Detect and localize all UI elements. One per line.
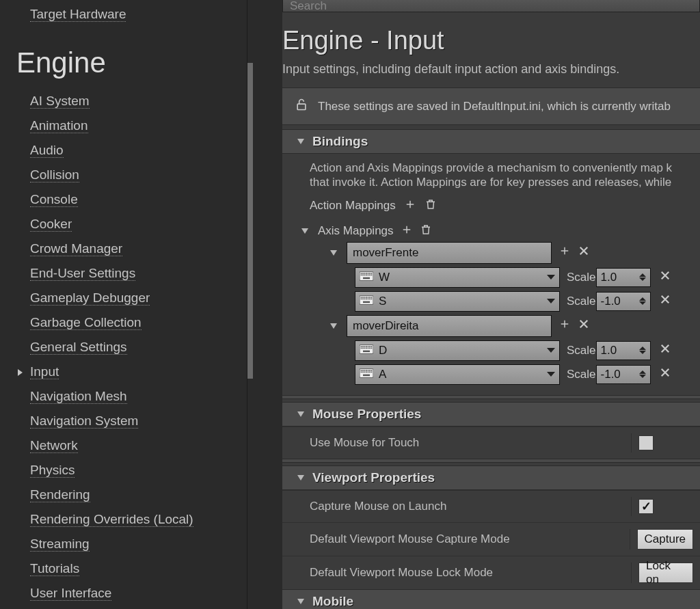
chevron-down-icon bbox=[297, 139, 304, 144]
prop-label: Use Mouse for Touch bbox=[310, 436, 631, 450]
svg-rect-10 bbox=[362, 274, 364, 275]
delete-key-button[interactable] bbox=[659, 293, 671, 309]
svg-rect-57 bbox=[361, 371, 362, 373]
axis-name-input[interactable] bbox=[347, 315, 552, 337]
sidebar-item-label: Network bbox=[30, 438, 78, 453]
sidebar-item-crowd-manager[interactable]: Crowd Manager bbox=[30, 236, 282, 261]
delete-key-button[interactable] bbox=[659, 366, 671, 382]
sidebar-item-navigation-system[interactable]: Navigation System bbox=[30, 409, 282, 433]
keyboard-icon bbox=[360, 295, 373, 308]
svg-rect-19 bbox=[362, 297, 364, 298]
add-action-mapping-button[interactable] bbox=[404, 198, 416, 214]
spinner-icon[interactable] bbox=[639, 347, 646, 354]
search-input[interactable]: Search bbox=[282, 0, 700, 12]
scale-input[interactable]: -1.0 bbox=[596, 365, 651, 384]
chevron-down-icon[interactable] bbox=[330, 323, 337, 329]
sidebar-item-tutorials[interactable]: Tutorials bbox=[30, 556, 282, 581]
svg-rect-52 bbox=[364, 370, 366, 371]
sidebar-item-cooker[interactable]: Cooker bbox=[30, 212, 282, 236]
sidebar-item-label: Collision bbox=[30, 167, 79, 182]
add-key-button[interactable] bbox=[558, 318, 571, 334]
delete-axis-button[interactable] bbox=[578, 318, 590, 334]
sidebar-item-label: Cooker bbox=[30, 217, 72, 232]
sidebar-item-target-hardware[interactable]: Target Hardware bbox=[0, 7, 282, 26]
key-select[interactable]: W bbox=[355, 267, 560, 288]
sidebar-item-ai-system[interactable]: AI System bbox=[30, 89, 282, 113]
svg-rect-64 bbox=[363, 374, 370, 376]
sidebar: Target Hardware Engine AI SystemAnimatio… bbox=[0, 0, 282, 609]
combo-value: Lock on bbox=[646, 559, 686, 586]
sidebar-item-rendering[interactable]: Rendering bbox=[30, 483, 282, 507]
section-mobile-header[interactable]: Mobile bbox=[282, 589, 700, 610]
sidebar-item-rendering-overrides-local-[interactable]: Rendering Overrides (Local) bbox=[30, 507, 282, 532]
section-viewport-header[interactable]: Viewport Properties bbox=[282, 465, 700, 490]
chevron-down-icon[interactable] bbox=[301, 228, 308, 234]
prop-row: Capture Mouse on Launch bbox=[282, 490, 700, 522]
delete-axis-mapping-button[interactable] bbox=[420, 224, 432, 239]
sidebar-item-console[interactable]: Console bbox=[30, 187, 282, 212]
combo-button[interactable]: Lock on bbox=[638, 563, 693, 583]
prop-use-mouse-for-touch: Use Mouse for Touch bbox=[282, 427, 700, 459]
delete-axis-button[interactable] bbox=[578, 245, 590, 260]
sidebar-item-audio[interactable]: Audio bbox=[30, 138, 282, 163]
delete-action-mapping-button[interactable] bbox=[425, 198, 437, 214]
checkbox[interactable] bbox=[638, 499, 654, 514]
section-title: Mobile bbox=[312, 594, 353, 609]
chevron-down-icon[interactable] bbox=[330, 250, 337, 256]
sidebar-item-general-settings[interactable]: General Settings bbox=[30, 335, 282, 360]
sidebar-item-navigation-mesh[interactable]: Navigation Mesh bbox=[30, 384, 282, 409]
sidebar-item-end-user-settings[interactable]: End-User Settings bbox=[30, 261, 282, 286]
add-axis-mapping-button[interactable] bbox=[401, 224, 413, 239]
svg-rect-26 bbox=[362, 298, 364, 299]
sidebar-item-collision[interactable]: Collision bbox=[30, 163, 282, 187]
key-select[interactable]: S bbox=[355, 291, 560, 312]
delete-key-button[interactable] bbox=[659, 269, 671, 285]
scale-value: 1.0 bbox=[601, 271, 617, 284]
scale-input[interactable]: 1.0 bbox=[596, 341, 651, 360]
sidebar-item-network[interactable]: Network bbox=[30, 433, 282, 458]
axis-name-input[interactable] bbox=[347, 242, 552, 264]
scale-input[interactable]: 1.0 bbox=[596, 268, 651, 287]
svg-rect-63 bbox=[371, 371, 373, 373]
page-description: Input settings, including default input … bbox=[282, 62, 700, 87]
scale-label: Scale bbox=[567, 295, 596, 308]
sidebar-item-label: Target Hardware bbox=[30, 7, 126, 22]
prop-row: Default Viewport Mouse Capture ModeCaptu… bbox=[282, 522, 700, 556]
section-mouse-header[interactable]: Mouse Properties bbox=[282, 402, 700, 427]
svg-rect-21 bbox=[366, 297, 367, 298]
svg-rect-56 bbox=[371, 370, 373, 371]
sidebar-item-garbage-collection[interactable]: Garbage Collection bbox=[30, 310, 282, 335]
svg-rect-18 bbox=[361, 297, 362, 298]
sidebar-item-input[interactable]: Input bbox=[30, 360, 282, 384]
svg-rect-62 bbox=[369, 371, 371, 373]
sidebar-item-user-interface[interactable]: User Interface bbox=[30, 581, 282, 606]
chevron-down-icon bbox=[297, 475, 304, 481]
spinner-icon[interactable] bbox=[639, 370, 646, 378]
svg-rect-3 bbox=[362, 273, 364, 274]
key-select[interactable]: A bbox=[355, 364, 560, 385]
sidebar-item-label: Rendering Overrides (Local) bbox=[30, 512, 193, 527]
svg-rect-59 bbox=[364, 371, 366, 373]
delete-key-button[interactable] bbox=[659, 342, 671, 358]
sidebar-item-streaming[interactable]: Streaming bbox=[30, 532, 282, 556]
sidebar-item-label: AI System bbox=[30, 94, 90, 109]
scale-label: Scale bbox=[567, 344, 596, 357]
scale-input[interactable]: -1.0 bbox=[596, 292, 651, 311]
svg-rect-47 bbox=[371, 347, 373, 349]
sidebar-item-animation[interactable]: Animation bbox=[30, 113, 282, 138]
spinner-icon[interactable] bbox=[639, 297, 646, 305]
chevron-down-icon bbox=[297, 599, 304, 604]
combo-button[interactable]: Capture bbox=[637, 529, 693, 550]
svg-rect-11 bbox=[364, 274, 366, 275]
spinner-icon[interactable] bbox=[639, 273, 646, 281]
add-key-button[interactable] bbox=[558, 245, 571, 260]
key-select[interactable]: D bbox=[355, 340, 560, 361]
key-value: W bbox=[379, 271, 390, 284]
sidebar-item-gameplay-debugger[interactable]: Gameplay Debugger bbox=[30, 286, 282, 310]
use-mouse-for-touch-checkbox[interactable] bbox=[638, 435, 654, 450]
svg-rect-28 bbox=[366, 298, 367, 299]
scrollbar-thumb[interactable] bbox=[247, 63, 253, 379]
svg-rect-53 bbox=[366, 370, 367, 371]
sidebar-item-physics[interactable]: Physics bbox=[30, 458, 282, 483]
section-bindings-header[interactable]: Bindings bbox=[282, 129, 700, 154]
